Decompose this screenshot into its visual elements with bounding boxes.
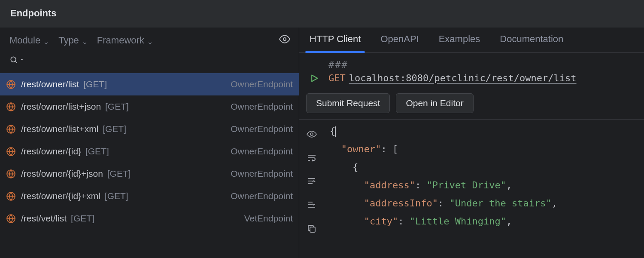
endpoint-path: /rest/owner/list+json xyxy=(21,101,101,111)
endpoint-icon xyxy=(5,213,16,224)
svg-point-1 xyxy=(11,57,16,62)
endpoint-row[interactable]: /rest/owner/list [GET] OwnerEndpoint xyxy=(0,73,299,95)
endpoint-row[interactable]: /rest/owner/list+xml [GET] OwnerEndpoint xyxy=(0,118,299,140)
endpoint-path: /rest/owner/{id}+xml xyxy=(21,191,100,201)
endpoint-icon xyxy=(5,168,16,179)
endpoint-method: [GET] xyxy=(107,169,131,178)
svg-marker-10 xyxy=(312,75,317,81)
endpoint-method: [GET] xyxy=(105,101,129,111)
endpoint-icon xyxy=(5,146,16,157)
filter-type[interactable]: Type xyxy=(58,35,88,46)
endpoint-icon xyxy=(5,101,16,112)
svg-rect-20 xyxy=(310,227,315,232)
tab-bar: HTTP ClientOpenAPIExamplesDocumentation xyxy=(299,28,644,53)
details-panel: HTTP ClientOpenAPIExamplesDocumentation … xyxy=(299,28,644,258)
endpoint-method: [GET] xyxy=(85,146,109,156)
copy-icon[interactable] xyxy=(307,224,317,236)
search-bar[interactable] xyxy=(0,53,299,71)
svg-line-2 xyxy=(15,61,17,63)
endpoint-icon xyxy=(5,79,16,90)
endpoint-path: /rest/owner/list+xml xyxy=(21,124,98,134)
endpoint-class: OwnerEndpoint xyxy=(231,169,293,179)
open-in-editor-button[interactable]: Open in Editor xyxy=(396,93,473,113)
endpoint-icon xyxy=(5,123,16,135)
filter-framework[interactable]: Framework xyxy=(97,35,153,46)
submit-request-button[interactable]: Submit Request xyxy=(306,93,390,113)
soft-wrap-icon[interactable] xyxy=(307,153,317,165)
visibility-icon[interactable] xyxy=(279,34,290,47)
tab-openapi[interactable]: OpenAPI xyxy=(380,34,419,52)
endpoint-row[interactable]: /rest/owner/{id}+json [GET] OwnerEndpoin… xyxy=(0,163,299,185)
http-method: GET xyxy=(328,73,346,83)
endpoint-class: VetEndpoint xyxy=(244,213,293,224)
endpoint-method: [GET] xyxy=(83,79,107,89)
endpoint-class: OwnerEndpoint xyxy=(231,124,293,134)
scroll-to-bottom-icon[interactable] xyxy=(307,200,317,212)
endpoint-path: /rest/vet/list xyxy=(21,213,67,223)
tab-examples[interactable]: Examples xyxy=(439,34,480,52)
endpoint-method: [GET] xyxy=(103,124,126,134)
filter-bar: ModuleTypeFramework xyxy=(0,28,299,53)
response-area: { "owner": [ { "address": "Privet Drive"… xyxy=(299,119,644,258)
request-separator: ### xyxy=(328,59,348,70)
response-json[interactable]: { "owner": [ { "address": "Privet Drive"… xyxy=(324,120,644,258)
endpoint-class: OwnerEndpoint xyxy=(231,101,293,112)
endpoint-class: OwnerEndpoint xyxy=(231,146,293,157)
run-icon[interactable] xyxy=(308,74,321,83)
endpoint-path: /rest/owner/{id}+json xyxy=(21,169,103,178)
endpoint-method: [GET] xyxy=(71,213,94,223)
tab-documentation[interactable]: Documentation xyxy=(500,34,563,52)
svg-point-11 xyxy=(310,133,313,135)
endpoint-path: /rest/owner/list xyxy=(21,79,79,89)
endpoint-row[interactable]: /rest/owner/{id} [GET] OwnerEndpoint xyxy=(0,140,299,163)
filter-module[interactable]: Module xyxy=(9,35,49,46)
endpoint-row[interactable]: /rest/vet/list [GET] VetEndpoint xyxy=(0,207,299,230)
svg-point-0 xyxy=(283,38,286,41)
preview-icon[interactable] xyxy=(307,129,317,141)
endpoint-icon xyxy=(5,190,16,202)
endpoint-method: [GET] xyxy=(105,191,128,201)
chevron-down-icon xyxy=(147,37,153,43)
http-url: localhost:8080/petclinic/rest/owner/list xyxy=(349,73,577,83)
http-editor[interactable]: ### GETlocalhost:8080/petclinic/rest/own… xyxy=(299,53,644,85)
endpoint-row[interactable]: /rest/owner/list+json [GET] OwnerEndpoin… xyxy=(0,95,299,118)
search-icon xyxy=(9,55,24,64)
endpoint-path: /rest/owner/{id} xyxy=(21,146,81,156)
endpoint-class: OwnerEndpoint xyxy=(231,79,293,89)
endpoint-panel: ModuleTypeFramework /rest/owner/list [GE… xyxy=(0,28,299,258)
endpoint-list: /rest/owner/list [GET] OwnerEndpoint /re… xyxy=(0,73,299,258)
endpoint-row[interactable]: /rest/owner/{id}+xml [GET] OwnerEndpoint xyxy=(0,185,299,207)
chevron-down-icon xyxy=(43,37,49,43)
endpoint-class: OwnerEndpoint xyxy=(231,191,293,201)
chevron-down-icon xyxy=(82,37,88,43)
scroll-to-top-icon[interactable] xyxy=(307,176,317,189)
panel-title: Endpoints xyxy=(0,0,644,28)
tab-http-client[interactable]: HTTP Client xyxy=(310,34,361,52)
